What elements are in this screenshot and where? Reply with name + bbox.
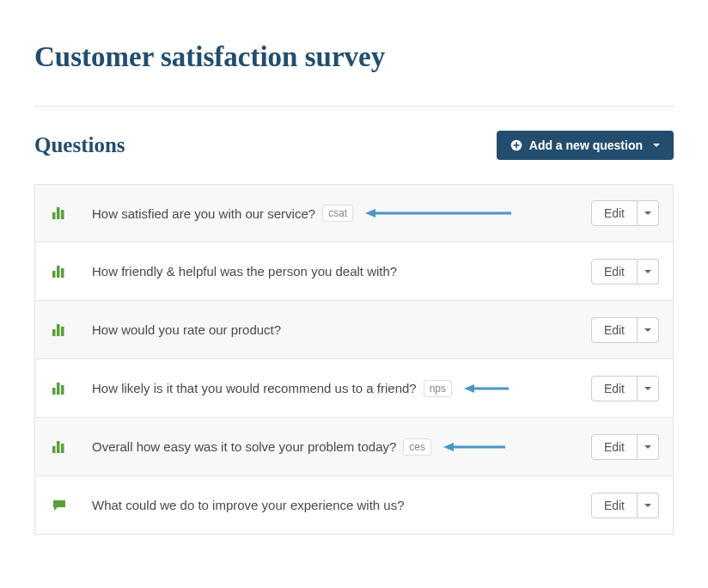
edit-button-group: Edit bbox=[591, 200, 659, 226]
section-title: Questions bbox=[34, 133, 125, 157]
question-row: How friendly & helpful was the person yo… bbox=[34, 242, 674, 301]
caret-down-icon bbox=[653, 144, 660, 147]
bar-chart-icon bbox=[49, 207, 92, 219]
edit-dropdown-button[interactable] bbox=[638, 317, 659, 343]
svg-marker-7 bbox=[365, 209, 375, 217]
bar-chart-icon bbox=[49, 441, 92, 453]
svg-rect-8 bbox=[52, 271, 56, 278]
plus-circle-icon bbox=[510, 139, 522, 151]
svg-rect-20 bbox=[57, 441, 60, 453]
edit-button[interactable]: Edit bbox=[591, 434, 638, 460]
caret-down-icon bbox=[644, 504, 651, 507]
svg-rect-5 bbox=[61, 210, 64, 219]
svg-rect-19 bbox=[52, 446, 56, 453]
svg-rect-4 bbox=[57, 207, 60, 219]
svg-rect-21 bbox=[61, 444, 64, 453]
question-label: How likely is it that you would recommen… bbox=[92, 381, 417, 395]
svg-rect-16 bbox=[61, 385, 64, 395]
edit-dropdown-button[interactable] bbox=[638, 493, 659, 518]
divider bbox=[34, 106, 674, 107]
edit-button-group: Edit bbox=[591, 317, 659, 343]
question-text: What could we do to improve your experie… bbox=[92, 498, 591, 512]
svg-rect-3 bbox=[52, 212, 56, 219]
svg-marker-18 bbox=[464, 384, 474, 393]
section-header: Questions Add a new question bbox=[34, 131, 674, 160]
arrow-left-icon bbox=[365, 209, 511, 217]
question-label: Overall how easy was it to solve your pr… bbox=[92, 439, 396, 454]
caret-down-icon bbox=[644, 445, 651, 449]
edit-button[interactable]: Edit bbox=[591, 376, 638, 401]
question-text: Overall how easy was it to solve your pr… bbox=[92, 438, 591, 456]
caret-down-icon bbox=[644, 211, 651, 215]
question-text: How would you rate our product? bbox=[92, 322, 591, 337]
question-row: Overall how easy was it to solve your pr… bbox=[34, 418, 674, 476]
caret-down-icon bbox=[644, 270, 651, 273]
question-text: How likely is it that you would recommen… bbox=[92, 380, 591, 397]
svg-rect-15 bbox=[57, 383, 60, 395]
edit-button[interactable]: Edit bbox=[591, 493, 638, 518]
question-label: What could we do to improve your experie… bbox=[92, 498, 405, 512]
edit-dropdown-button[interactable] bbox=[638, 200, 659, 226]
comment-icon bbox=[49, 499, 92, 511]
page-title: Customer satisfaction survey bbox=[34, 41, 674, 73]
edit-dropdown-button[interactable] bbox=[638, 376, 659, 401]
question-tag: nps bbox=[424, 380, 452, 397]
svg-rect-13 bbox=[61, 327, 64, 336]
svg-rect-10 bbox=[61, 268, 64, 278]
edit-button-group: Edit bbox=[591, 376, 659, 401]
question-tag: csat bbox=[322, 205, 353, 222]
arrow-left-icon bbox=[464, 384, 509, 393]
question-row: How would you rate our product?Edit bbox=[34, 301, 674, 359]
question-list: How satisfied are you with our service?c… bbox=[34, 184, 674, 535]
question-text: How satisfied are you with our service?c… bbox=[92, 205, 591, 222]
question-label: How friendly & helpful was the person yo… bbox=[92, 264, 397, 279]
add-question-button[interactable]: Add a new question bbox=[497, 131, 674, 160]
svg-rect-12 bbox=[57, 324, 60, 336]
edit-dropdown-button[interactable] bbox=[638, 259, 659, 285]
question-tag: ces bbox=[403, 438, 431, 456]
svg-rect-2 bbox=[513, 144, 519, 146]
bar-chart-icon bbox=[49, 324, 92, 336]
edit-button[interactable]: Edit bbox=[591, 259, 638, 285]
svg-rect-14 bbox=[52, 388, 56, 395]
question-text: How friendly & helpful was the person yo… bbox=[92, 264, 591, 279]
question-row: What could we do to improve your experie… bbox=[34, 476, 674, 535]
question-label: How would you rate our product? bbox=[92, 322, 281, 337]
edit-button-group: Edit bbox=[591, 493, 659, 518]
add-question-label: Add a new question bbox=[529, 138, 643, 152]
arrow-left-icon bbox=[443, 443, 505, 451]
bar-chart-icon bbox=[49, 383, 92, 395]
edit-button[interactable]: Edit bbox=[591, 200, 638, 226]
edit-button-group: Edit bbox=[591, 434, 659, 460]
svg-rect-11 bbox=[52, 329, 56, 336]
edit-dropdown-button[interactable] bbox=[638, 434, 659, 460]
svg-marker-23 bbox=[443, 443, 454, 451]
edit-button-group: Edit bbox=[591, 259, 659, 285]
question-row: How likely is it that you would recommen… bbox=[34, 359, 674, 418]
edit-button[interactable]: Edit bbox=[591, 317, 638, 343]
caret-down-icon bbox=[644, 387, 651, 390]
bar-chart-icon bbox=[49, 266, 92, 278]
question-label: How satisfied are you with our service? bbox=[92, 206, 315, 221]
svg-rect-9 bbox=[57, 266, 60, 278]
question-row: How satisfied are you with our service?c… bbox=[34, 184, 674, 242]
caret-down-icon bbox=[644, 328, 651, 332]
